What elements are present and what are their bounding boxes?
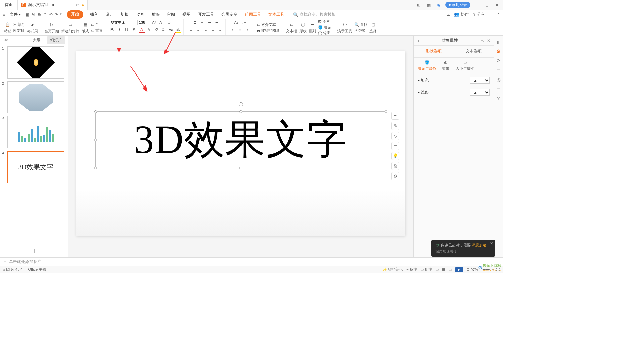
tab-add[interactable]: ＋	[88, 2, 98, 8]
command-search[interactable]: 🔍 查找命令、搜索模板	[293, 12, 336, 17]
handle-tl[interactable]	[94, 110, 97, 113]
increase-indent-button[interactable]: ⇥	[214, 19, 220, 26]
clear-format-icon[interactable]: ◇	[166, 19, 172, 26]
print-icon[interactable]: 🖶	[37, 12, 41, 17]
open-icon[interactable]: ▣	[25, 12, 29, 17]
save-icon[interactable]: 🖫	[31, 12, 35, 17]
tab-document[interactable]: P 演示文稿1.htm ⟳ ●	[18, 0, 88, 10]
font-size-input[interactable]	[137, 20, 150, 25]
slide-thumb-4[interactable]: 3D效果文字	[7, 151, 64, 183]
image-button[interactable]: 🖼 图片	[318, 19, 331, 24]
more-menu-icon[interactable]: ⋮	[489, 12, 493, 17]
line-spacing-button[interactable]: ↕≡	[241, 19, 247, 26]
shapes-button[interactable]: ◯形状	[299, 21, 307, 34]
rail-template-icon[interactable]: ▭	[496, 67, 502, 73]
align-right-button[interactable]: ≡	[203, 27, 209, 33]
hamburger-icon[interactable]: ≡	[3, 12, 5, 17]
subtab-size[interactable]: ▭大小与属性	[455, 60, 474, 71]
collab-button[interactable]: 👥 协作	[454, 12, 468, 17]
tab-text-tools[interactable]: 文本工具	[268, 10, 285, 19]
cut-button[interactable]: ✂ 剪切	[13, 22, 25, 27]
rail-style-icon[interactable]: ◧	[496, 39, 502, 45]
float-bulb-icon[interactable]: 💡	[391, 152, 399, 160]
spacing2-icon[interactable]: ↕	[237, 27, 243, 33]
handle-tr[interactable]	[385, 110, 387, 113]
justify-button[interactable]: ≡	[210, 27, 216, 33]
share-button[interactable]: ⇪ 分享	[473, 12, 485, 17]
handle-bl[interactable]	[94, 167, 97, 169]
fill-select[interactable]: 无	[470, 77, 490, 84]
new-slide-button[interactable]: ▭新建幻灯片	[61, 21, 79, 34]
tab-slideshow[interactable]: 放映	[151, 10, 160, 19]
beautify-button[interactable]: ✨ 智能美化	[382, 267, 403, 272]
line-select[interactable]: 无	[470, 89, 490, 96]
float-pen-icon[interactable]: ✎	[391, 122, 399, 130]
canvas-area[interactable]: 3D效果文字 − ✎ ◇ ▭ 💡 ⎘ ⚙	[68, 36, 413, 257]
subtab-fill-line[interactable]: 🪣填充与线条	[418, 60, 436, 71]
view-normal-icon[interactable]: ▭	[435, 267, 439, 272]
arrange-button[interactable]: ☰排列	[309, 21, 316, 34]
distribute-button[interactable]: ≡	[217, 27, 223, 33]
textbox-button[interactable]: ▭文本框	[286, 21, 297, 34]
prop-collapse-icon[interactable]: ◂	[417, 38, 419, 43]
tab-transition[interactable]: 切换	[120, 10, 129, 19]
preview-icon[interactable]: 🗋	[43, 12, 47, 17]
notif-close-icon[interactable]: ✕	[490, 241, 493, 246]
slides-tab[interactable]: 幻灯片	[47, 36, 65, 44]
undo-icon[interactable]: ↶	[49, 12, 53, 17]
text-highlight-button[interactable]: ab	[175, 27, 181, 33]
from-current-button[interactable]: ▷当页开始	[44, 21, 59, 34]
minimize-button[interactable]: —	[474, 2, 480, 8]
rotate-handle[interactable]	[239, 102, 243, 106]
float-layout-icon[interactable]: ▭	[391, 142, 399, 150]
handle-ml[interactable]	[94, 139, 97, 141]
apps-icon[interactable]: ▦	[425, 2, 432, 8]
fit-icon[interactable]: ⊡	[466, 267, 469, 272]
slide-thumb-2[interactable]	[7, 81, 64, 113]
float-minus-icon[interactable]: −	[391, 112, 399, 120]
float-settings-icon[interactable]: ⚙	[391, 172, 399, 180]
textbox-selected[interactable]: 3D效果文字 − ✎ ◇ ▭ 💡 ⎘ ⚙	[95, 111, 386, 168]
rail-book-icon[interactable]: ▭	[496, 86, 502, 92]
slide-thumb-3[interactable]	[7, 116, 64, 148]
superscript-button[interactable]: X²	[153, 27, 159, 33]
handle-br[interactable]	[385, 167, 387, 169]
prop-tab-text[interactable]: 文本选项	[454, 46, 494, 57]
tab-developer[interactable]: 开发工具	[197, 10, 215, 19]
tab-design[interactable]: 设计	[105, 10, 114, 19]
spacing3-icon[interactable]: ↕	[245, 27, 251, 33]
view-sorter-icon[interactable]: ▦	[442, 267, 445, 272]
tab-start[interactable]: 开始	[67, 10, 83, 19]
handle-bm[interactable]	[239, 167, 242, 169]
collapse-ribbon-icon[interactable]: ⌃	[497, 12, 500, 17]
section-button[interactable]: ▭ 节	[91, 22, 103, 27]
file-menu[interactable]: 文件 ▾	[8, 12, 23, 17]
spacing1-icon[interactable]: ↕	[230, 27, 236, 33]
strikethrough-button[interactable]: S	[131, 27, 137, 33]
bold-button[interactable]: B	[109, 27, 115, 33]
underline-button[interactable]: U	[124, 27, 130, 33]
more-qa-icon[interactable]: ▾	[60, 12, 62, 17]
handle-tm[interactable]	[239, 110, 242, 113]
copy-button[interactable]: ⎘ 复制	[13, 28, 25, 33]
format-painter-button[interactable]: 🖌格式刷	[27, 21, 38, 34]
fill-button[interactable]: 🪣 填充	[318, 25, 331, 30]
outline-tab[interactable]: 大纲	[29, 36, 44, 44]
view-reading-icon[interactable]: ▭	[449, 267, 452, 272]
change-case-button[interactable]: Aa	[168, 27, 174, 33]
text-direction-button[interactable]: A↕	[233, 19, 239, 26]
rail-anim-icon[interactable]: ⟳	[496, 58, 502, 64]
tab-home[interactable]: 首页	[0, 0, 18, 10]
add-slide-button[interactable]: ＋	[0, 244, 68, 257]
decrease-indent-button[interactable]: ⇤	[206, 19, 212, 26]
decrease-font-icon[interactable]: A⁻	[159, 19, 165, 26]
login-button[interactable]: ● 临时登录	[445, 2, 470, 8]
italic-button[interactable]: I	[116, 27, 122, 33]
rail-pin-icon[interactable]: ◎	[496, 77, 502, 83]
panel-collapse-icon[interactable]: ≪	[3, 38, 8, 42]
comments-toggle[interactable]: ▭ 批注	[420, 267, 432, 272]
reset-button[interactable]: ▭ 重置	[91, 28, 103, 33]
demo-tools-button[interactable]: 🖵演示工具	[337, 21, 352, 34]
slide-canvas[interactable]: 3D效果文字 − ✎ ◇ ▭ 💡 ⎘ ⚙	[76, 51, 405, 236]
font-name-input[interactable]	[109, 20, 136, 25]
